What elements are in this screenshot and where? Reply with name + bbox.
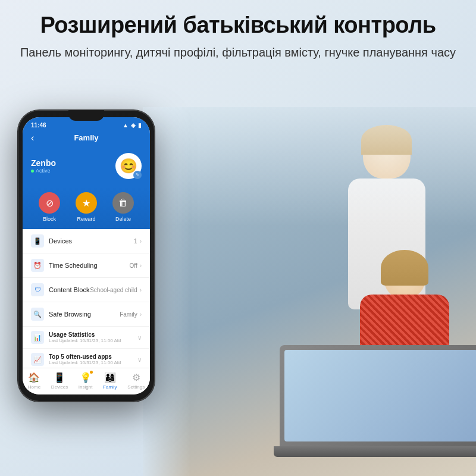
usage-update: Last Updated: 10/31/23, 11:00 AM: [49, 338, 121, 343]
browsing-chevron: ›: [140, 311, 142, 318]
insight-icon-wrapper: 💡: [80, 372, 92, 383]
delete-icon: 🗑: [112, 192, 134, 214]
home-nav-label: Home: [28, 384, 40, 390]
status-icons: ▲ ◈ ▮: [123, 122, 142, 129]
nav-devices[interactable]: 📱 Devices: [51, 372, 68, 390]
devices-label: Devices: [49, 237, 72, 245]
nav-home[interactable]: 🏠 Home: [28, 372, 40, 390]
menu-left-devices: 📱 Devices: [31, 234, 72, 248]
home-nav-icon: 🏠: [28, 372, 40, 383]
time-icon: ⏰: [31, 259, 44, 272]
stats-apps-header: 📈 Top 5 often-used apps Last Updated: 10…: [31, 353, 142, 366]
sub-title: Панель моніторингу, дитячі профілі, філь…: [18, 44, 458, 61]
menu-left-time: ⏰ Time Scheduling: [31, 259, 98, 272]
block-label: Block: [43, 216, 56, 222]
menu-right-time: Off ›: [130, 262, 142, 269]
apps-icon: 📈: [31, 353, 44, 366]
menu-right-devices: 1 ›: [134, 238, 142, 245]
time-chevron: ›: [140, 262, 142, 269]
wifi-icon: ◈: [131, 122, 136, 129]
apps-title: Top 5 often-used apps: [49, 353, 121, 360]
content-icon: 🛡: [31, 283, 44, 296]
devices-nav-label: Devices: [51, 384, 68, 390]
insight-nav-label: Insight: [79, 384, 93, 390]
content-value: School-aged child: [90, 287, 137, 293]
battery-icon: ▮: [138, 122, 142, 129]
avatar-edit-button[interactable]: ✎: [133, 171, 142, 179]
devices-nav-icon: 📱: [54, 372, 65, 383]
menu-left-content: 🛡 Content Block: [31, 283, 89, 296]
stats-apps-left: 📈 Top 5 often-used apps Last Updated: 10…: [31, 353, 121, 366]
bottom-nav: 🏠 Home 📱 Devices 💡 Insight: [23, 368, 150, 394]
profile-status: Active: [31, 168, 56, 174]
block-button[interactable]: ⊘ Block: [39, 192, 60, 222]
usage-title: Usage Statistics: [49, 331, 121, 338]
menu-item-safe-browsing[interactable]: 🔍 Safe Browsing Family ›: [23, 302, 150, 327]
insight-dot: [90, 371, 93, 374]
apps-info: Top 5 often-used apps Last Updated: 10/3…: [49, 353, 121, 365]
avatar[interactable]: 😊 ✎: [115, 153, 142, 179]
insight-nav-icon: 💡: [80, 372, 92, 383]
back-button[interactable]: ‹: [31, 133, 34, 143]
header-section: Розширений батьківський контроль Панель …: [0, 0, 476, 67]
family-nav-label: Family: [103, 384, 117, 390]
nav-insight[interactable]: 💡 Insight: [79, 372, 93, 390]
content-label: Content Block: [49, 286, 89, 293]
delete-button[interactable]: 🗑 Delete: [112, 192, 134, 222]
stats-usage-left: 📊 Usage Statistics Last Updated: 10/31/2…: [31, 331, 121, 344]
devices-value: 1: [134, 238, 137, 245]
reward-button[interactable]: ★ Reward: [76, 192, 97, 222]
status-time: 11:46: [31, 122, 46, 129]
browsing-label: Safe Browsing: [49, 311, 91, 318]
settings-nav-label: Settings: [127, 384, 145, 390]
content-chevron: ›: [140, 287, 142, 293]
usage-info: Usage Statistics Last Updated: 10/31/23,…: [49, 331, 121, 343]
menu-right-content: School-aged child ›: [90, 287, 142, 293]
profile-section: Zenbo Active 😊 ✎: [23, 148, 150, 187]
time-label: Time Scheduling: [49, 262, 98, 269]
action-buttons: ⊘ Block ★ Reward 🗑 Delete: [23, 187, 150, 229]
apps-update: Last Updated: 10/31/23, 11:00 AM: [49, 360, 121, 365]
browsing-value: Family: [120, 311, 137, 318]
app-header: ‹ Family: [23, 131, 150, 148]
menu-left-browsing: 🔍 Safe Browsing: [31, 308, 91, 321]
profile-name: Zenbo: [31, 158, 56, 168]
usage-expand-icon: ∨: [137, 334, 142, 341]
stats-usage-header: 📊 Usage Statistics Last Updated: 10/31/2…: [31, 331, 142, 344]
app-header-title: Family: [74, 133, 98, 142]
phone-notch: [68, 110, 104, 121]
signal-icon: ▲: [123, 122, 129, 129]
nav-family[interactable]: 👨‍👩‍👧 Family: [103, 372, 117, 390]
menu-item-content-block[interactable]: 🛡 Content Block School-aged child ›: [23, 278, 150, 302]
devices-chevron: ›: [140, 238, 142, 245]
menu-item-devices[interactable]: 📱 Devices 1 ›: [23, 229, 150, 253]
menu-right-browsing: Family ›: [120, 311, 142, 318]
stats-usage[interactable]: 📊 Usage Statistics Last Updated: 10/31/2…: [23, 327, 150, 349]
main-title: Розширений батьківський контроль: [18, 12, 458, 39]
phone-mockup: 11:46 ▲ ◈ ▮ ‹ Family Zenbo: [18, 110, 155, 402]
usage-icon: 📊: [31, 331, 44, 344]
block-icon: ⊘: [39, 192, 60, 214]
background-photo: [143, 107, 476, 476]
phone-screen: 11:46 ▲ ◈ ▮ ‹ Family Zenbo: [23, 117, 150, 394]
phone-outer: 11:46 ▲ ◈ ▮ ‹ Family Zenbo: [18, 110, 155, 402]
menu-item-time-scheduling[interactable]: ⏰ Time Scheduling Off ›: [23, 253, 150, 278]
delete-label: Delete: [115, 216, 131, 222]
reward-icon: ★: [76, 192, 97, 214]
family-nav-icon: 👨‍👩‍👧: [104, 372, 116, 383]
settings-nav-icon: ⚙: [132, 372, 140, 383]
screen-content: 11:46 ▲ ◈ ▮ ‹ Family Zenbo: [23, 117, 150, 394]
devices-icon: 📱: [31, 234, 44, 248]
profile-info: Zenbo Active: [31, 158, 56, 174]
apps-expand-icon: ∨: [137, 356, 142, 363]
reward-label: Reward: [77, 216, 95, 222]
time-value: Off: [130, 262, 137, 269]
status-dot: [31, 170, 34, 173]
nav-settings[interactable]: ⚙ Settings: [127, 372, 145, 390]
browsing-icon: 🔍: [31, 308, 44, 321]
